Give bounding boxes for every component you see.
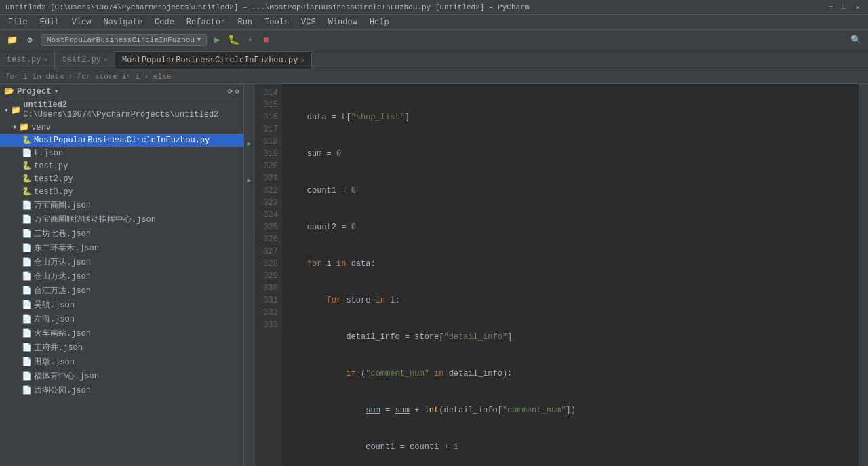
json-file-icon: 📄 <box>22 300 32 310</box>
sidebar-item-xihu[interactable]: 📄 西湖公园.json <box>0 383 243 397</box>
json-file-icon: 📄 <box>22 257 32 267</box>
debug-button[interactable]: 🐛 <box>227 34 239 46</box>
tab-close-icon[interactable]: ✕ <box>104 56 108 64</box>
sidebar-item-dongerhuan[interactable]: 📄 东二环泰禾.json <box>0 241 243 255</box>
code-container[interactable]: ▶ ▶ 314 315 316 317 318 319 320 321 322 … <box>244 84 868 466</box>
sidebar-item-wanbao[interactable]: 📄 万宝商圈.json <box>0 198 243 212</box>
editor-area: ▶ ▶ 314 315 316 317 318 319 320 321 322 … <box>244 84 868 466</box>
menu-view[interactable]: View <box>66 16 97 28</box>
sidebar-label: test3.py <box>34 187 73 197</box>
run-configuration[interactable]: MostPopularBusinessCircleInFuzhou ▼ <box>41 34 207 46</box>
json-file-icon: 📄 <box>22 214 32 225</box>
tab-mostpopular[interactable]: MostPopularBusinessCircleInFuzhou.py ✕ <box>115 51 312 69</box>
menu-edit[interactable]: Edit <box>35 16 65 28</box>
sidebar-item-sanfang[interactable]: 📄 三坊七巷.json <box>0 227 243 241</box>
code-editor[interactable]: data = t["shop_list"] sum = 0 count1 = 0… <box>282 84 859 466</box>
sidebar-item-testpy[interactable]: 🐍 test.py <box>0 159 243 172</box>
search-everywhere-icon[interactable]: 🔍 <box>849 33 863 47</box>
chevron-down-icon[interactable]: ▼ <box>197 37 201 43</box>
sidebar-item-test2py[interactable]: 🐍 test2.py <box>0 172 243 185</box>
json-file-icon: 📄 <box>22 286 32 296</box>
tab-test-py[interactable]: test.py ✕ <box>0 51 55 69</box>
sidebar-label: 西湖公园.json <box>34 385 91 396</box>
sidebar-label: MostPopularBusinessCircleInFuzhou.py <box>34 136 210 145</box>
json-file-icon: 📄 <box>22 243 32 253</box>
tab-label: test.py <box>7 55 41 64</box>
json-file-icon: 📄 <box>22 229 32 239</box>
sidebar-item-test3py[interactable]: 🐍 test3.py <box>0 185 243 198</box>
menu-navigate[interactable]: Navigate <box>98 16 148 28</box>
title-bar: untitled2 [C:\Users\10674\PycharmProject… <box>0 0 868 15</box>
sidebar-item-venv[interactable]: ▾ 📁 venv <box>0 121 243 134</box>
run-button[interactable]: ▶ <box>211 34 223 46</box>
breadcrumb: for i in data › for store in i › else <box>5 73 171 81</box>
sidebar-item-wangfujing[interactable]: 📄 王府井.json <box>0 341 243 355</box>
settings-icon[interactable]: ⚙ <box>23 33 37 47</box>
menu-vcs[interactable]: VCS <box>296 16 321 28</box>
minimize-button[interactable]: ─ <box>826 3 835 12</box>
sidebar-item-cangshan[interactable]: 📄 仓山万达.json <box>0 255 243 269</box>
menu-code[interactable]: Code <box>149 16 180 28</box>
sidebar-item-wanbaolian[interactable]: 📄 万宝商圈联防联动指挥中心.json <box>0 212 243 227</box>
open-folder-icon[interactable]: 📁 <box>5 33 19 47</box>
settings-gear-icon[interactable]: ⚙ <box>235 88 239 96</box>
menu-help[interactable]: Help <box>364 16 395 28</box>
project-label: Project <box>17 87 51 96</box>
sidebar-label: test.py <box>34 161 68 171</box>
gutter-left: ▶ ▶ <box>244 84 255 466</box>
json-file-icon: 📄 <box>22 314 32 324</box>
sidebar-label: test2.py <box>34 174 73 184</box>
chevron-icon: ▾ <box>54 86 58 96</box>
sidebar-label: 东二环泰禾.json <box>34 242 99 254</box>
sidebar-item-taijiang[interactable]: 📄 台江万达.json <box>0 284 243 298</box>
sidebar-item-zuohai[interactable]: 📄 左海.json <box>0 312 243 326</box>
expand-icon: ▾ <box>12 122 17 132</box>
scrollbar[interactable] <box>859 84 868 466</box>
sidebar-item-tiyuzhongxin[interactable]: 📄 福体育中心.json <box>0 369 243 383</box>
tab-close-icon[interactable]: ✕ <box>43 56 47 64</box>
sidebar-label: 火车南站.json <box>34 328 91 339</box>
main-area: 📂 Project ▾ ⟳ ⚙ ▾ 📁 untitled2 C:\Users\1… <box>0 84 868 466</box>
project-header: 📂 Project ▾ ⟳ ⚙ <box>0 84 243 99</box>
sidebar-label: 吴航.json <box>34 299 75 311</box>
sidebar-item-untitled2[interactable]: ▾ 📁 untitled2 C:\Users\10674\PycharmProj… <box>0 99 243 121</box>
menu-refactor[interactable]: Refactor <box>181 16 231 28</box>
tab-label: test2.py <box>62 55 101 64</box>
toolbar: 📁 ⚙ MostPopularBusinessCircleInFuzhou ▼ … <box>0 30 868 50</box>
menu-file[interactable]: File <box>3 16 33 28</box>
run-with-coverage-button[interactable]: ⚡ <box>243 34 256 46</box>
menu-window[interactable]: Window <box>323 16 363 28</box>
menu-run[interactable]: Run <box>232 16 258 28</box>
project-sidebar: 📂 Project ▾ ⟳ ⚙ ▾ 📁 untitled2 C:\Users\1… <box>0 84 244 466</box>
folder-icon: 📁 <box>19 122 29 132</box>
json-file-icon: 📄 <box>22 328 32 338</box>
sidebar-item-cangshan2[interactable]: 📄 仓山万达.json <box>0 269 243 284</box>
sidebar-label: 仓山万达.json <box>34 271 91 282</box>
editor-tabs: test.py ✕ test2.py ✕ MostPopularBusiness… <box>0 50 868 69</box>
maximize-button[interactable]: □ <box>840 3 849 12</box>
json-file-icon: 📄 <box>22 371 32 381</box>
json-file-icon: 📄 <box>22 200 32 210</box>
py-file-icon: 🐍 <box>22 174 32 184</box>
sidebar-item-mostpopular[interactable]: 🐍 MostPopularBusinessCircleInFuzhou.py <box>0 134 243 147</box>
sidebar-item-tiandun[interactable]: 📄 田墩.json <box>0 355 243 369</box>
sidebar-label: 万宝商圈.json <box>34 199 91 211</box>
py-file-icon: 🐍 <box>22 135 32 145</box>
json-file-icon: 📄 <box>22 271 32 281</box>
close-button[interactable]: ✕ <box>853 3 863 12</box>
tab-test2-py[interactable]: test2.py ✕ <box>55 51 115 69</box>
json-file-icon: 📄 <box>22 385 32 395</box>
sync-icon[interactable]: ⟳ <box>227 88 233 96</box>
sidebar-item-tjson[interactable]: 📄 t.json <box>0 147 243 159</box>
stop-button[interactable]: ■ <box>260 34 272 46</box>
sidebar-item-huochezhan[interactable]: 📄 火车南站.json <box>0 326 243 341</box>
sidebar-item-wuhang[interactable]: 📄 吴航.json <box>0 298 243 312</box>
json-file-icon: 📄 <box>22 357 32 367</box>
sidebar-label: 仓山万达.json <box>34 256 91 268</box>
sidebar-label: 福体育中心.json <box>34 370 99 382</box>
tab-close-icon[interactable]: ✕ <box>300 56 304 64</box>
menu-tools[interactable]: Tools <box>259 16 294 28</box>
py-file-icon: 🐍 <box>22 161 32 171</box>
sidebar-label: 田墩.json <box>34 356 75 368</box>
tab-label: MostPopularBusinessCircleInFuzhou.py <box>122 56 298 65</box>
